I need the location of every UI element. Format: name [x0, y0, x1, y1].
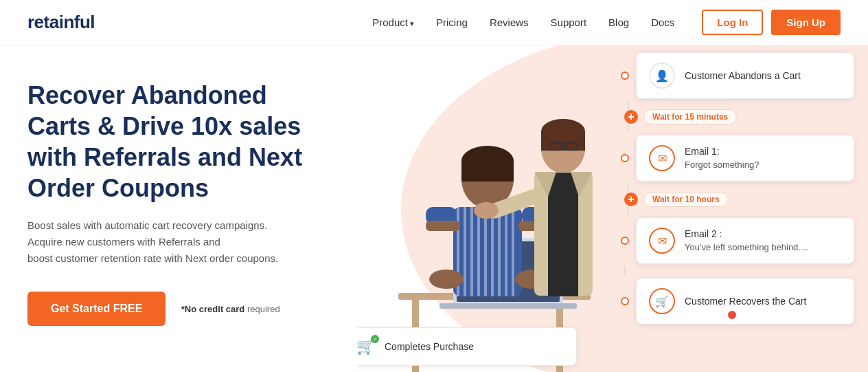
hero-image — [357, 45, 618, 372]
svg-rect-13 — [470, 207, 473, 296]
wf-card-email2: ✉ Email 2 : You've left something behind… — [636, 217, 854, 264]
svg-rect-16 — [491, 207, 494, 296]
logo[interactable]: retainful — [27, 12, 95, 33]
wf-card-recover-text: Customer Recovers the Cart — [685, 295, 806, 307]
wf-wait-2: Wait for 10 hours — [643, 192, 729, 207]
svg-rect-12 — [464, 207, 466, 296]
svg-rect-15 — [484, 207, 487, 296]
logo-text: retainful — [27, 12, 95, 32]
no-credit-text: *No credit card required — [181, 304, 280, 314]
wf-wait-1: Wait for 15 minutes — [643, 109, 737, 124]
login-button[interactable]: Log In — [702, 10, 763, 35]
wf-cart-purchase-icon: 🛒 ✓ — [357, 338, 375, 355]
wf-cart-icon: 🛒 — [649, 288, 675, 314]
nav-reviews[interactable]: Reviews — [490, 17, 529, 28]
svg-rect-5 — [439, 303, 577, 309]
wf-dot-1 — [621, 72, 629, 80]
nav-support[interactable]: Support — [551, 17, 587, 28]
nav-pricing[interactable]: Pricing — [436, 17, 468, 28]
wf-card-abandon: 👤 Customer Abandons a Cart — [636, 52, 854, 99]
hero-visual: 👤 Customer Abandons a Cart + Wait for 15… — [357, 45, 868, 372]
hero-subtitle: Boost sales with automatic cart recovery… — [27, 217, 330, 267]
svg-rect-18 — [505, 207, 507, 296]
wf-dot-red — [728, 311, 736, 319]
header-actions: Log In Sign Up — [702, 10, 841, 35]
wf-email-icon-1: ✉ — [649, 145, 675, 171]
svg-rect-33 — [548, 173, 578, 296]
wf-card-purchase: 🛒 ✓ Completes Purchase — [357, 327, 577, 366]
svg-rect-9 — [461, 161, 514, 182]
svg-point-37 — [474, 202, 499, 219]
svg-rect-17 — [498, 207, 501, 296]
workflow-diagram: 👤 Customer Abandons a Cart + Wait for 15… — [621, 52, 868, 325]
wf-card-email2-text: Email 2 : You've left something behind..… — [685, 228, 808, 253]
main-nav: Product Pricing Reviews Support Blog Doc… — [372, 17, 674, 28]
wf-dot-4 — [621, 297, 629, 305]
wf-card-email1-text: Email 1: Forgot something? — [685, 145, 759, 171]
wf-card-email1: ✉ Email 1: Forgot something? — [636, 135, 854, 182]
wf-plus-2: + — [624, 193, 638, 206]
wf-email-icon-2: ✉ — [649, 228, 675, 254]
wf-card-abandon-text: Customer Abandons a Cart — [685, 69, 801, 82]
svg-rect-22 — [426, 221, 460, 231]
nav-docs[interactable]: Docs — [651, 17, 674, 28]
nav-product[interactable]: Product — [372, 17, 414, 28]
wf-person-icon: 👤 — [649, 63, 675, 89]
wf-dot-3 — [621, 237, 629, 245]
svg-point-24 — [429, 270, 464, 289]
svg-rect-19 — [512, 207, 514, 296]
nav-blog[interactable]: Blog — [608, 17, 629, 28]
hero-title: Recover Abandoned Carts & Drive 10x sale… — [27, 80, 330, 204]
signup-button[interactable]: Sign Up — [771, 10, 841, 35]
wf-dot-2 — [621, 154, 629, 162]
wf-plus-1: + — [624, 110, 638, 124]
cta-row: Get Started FREE *No credit card require… — [27, 292, 330, 326]
wf-card-purchase-text: Completes Purchase — [385, 340, 474, 353]
svg-rect-28 — [541, 131, 585, 151]
svg-rect-14 — [477, 207, 480, 296]
cta-button[interactable]: Get Started FREE — [27, 292, 165, 326]
hero-section: Recover Abandoned Carts & Drive 10x sale… — [0, 45, 357, 372]
wf-card-recover: 🛒 Customer Recovers the Cart — [636, 278, 854, 325]
